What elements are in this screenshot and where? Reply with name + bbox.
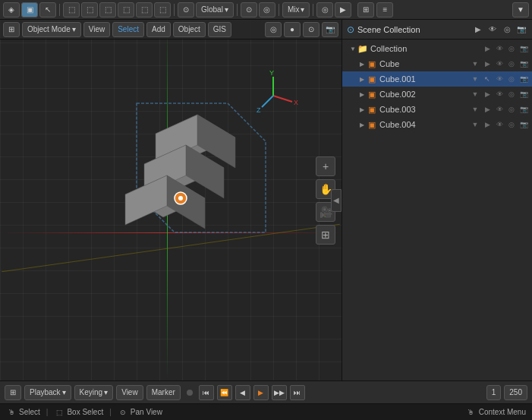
- cube003-eye-icon[interactable]: 👁: [494, 104, 505, 115]
- step-forward-btn[interactable]: ▶▶: [272, 385, 287, 400]
- snap-icon[interactable]: ⊙: [241, 2, 257, 17]
- viewport[interactable]: ⊞ Object Mode ▾ View Select Add Object G…: [0, 20, 342, 381]
- viewport-extra-1[interactable]: ⊙: [303, 22, 320, 37]
- cube-eye-icon[interactable]: 👁: [494, 58, 505, 69]
- cube-render-icon[interactable]: 📷: [518, 58, 529, 69]
- toolbar-icon-3[interactable]: ⬚: [99, 2, 116, 17]
- jump-back-btn[interactable]: ⏪: [217, 385, 232, 400]
- grid-btn[interactable]: ⊞: [316, 225, 335, 245]
- tree-row-cube001[interactable]: ▶ ▣ Cube.001 ▼ ↖ 👁 ◎ 📷: [342, 71, 532, 87]
- cube001-cam-icon[interactable]: ◎: [506, 74, 517, 84]
- outliner-camera-icon[interactable]: ◎: [501, 24, 513, 36]
- cube004-render-icon[interactable]: 📷: [518, 119, 529, 130]
- cube002-arrow-icon[interactable]: ▶: [482, 89, 493, 99]
- toolbar-icon-1[interactable]: ⬚: [63, 2, 80, 17]
- arrow-cube002: ▶: [357, 90, 367, 99]
- cube001-render-icon[interactable]: 📷: [518, 74, 529, 84]
- marker-btn[interactable]: Marker: [146, 385, 181, 400]
- frame-end-display[interactable]: 250: [504, 385, 527, 400]
- svg-text:X: X: [294, 99, 298, 106]
- col-eye-icon[interactable]: 👁: [494, 43, 505, 54]
- tree-row-cube002[interactable]: ▶ ▣ Cube.002 ▼ ▶ 👁 ◎ 📷: [342, 87, 532, 102]
- cube003-render-icon[interactable]: 📷: [518, 104, 529, 115]
- col-cam-icon[interactable]: ◎: [506, 43, 517, 54]
- viewport-view-btn[interactable]: View: [83, 22, 111, 37]
- viewport-object-btn[interactable]: Object: [173, 22, 206, 37]
- jump-end-btn[interactable]: ⏭: [290, 385, 305, 400]
- select-tool-btn[interactable]: ▣: [21, 2, 38, 17]
- chevron-down-icon: ▾: [225, 5, 228, 14]
- shading-material-btn[interactable]: ◎: [265, 22, 282, 37]
- jump-start-btn[interactable]: ⏮: [199, 385, 214, 400]
- toolbar-icon-2[interactable]: ⬚: [81, 2, 98, 17]
- outliner-filter-icon[interactable]: ▼: [512, 2, 529, 17]
- timeline-layout-icon[interactable]: ⊞: [5, 385, 21, 400]
- viewport-layout-btn[interactable]: ⊞: [3, 22, 20, 37]
- transform-global-btn[interactable]: Global ▾: [196, 2, 234, 17]
- tree-row-collection[interactable]: ▼ 📁 Collection ▶ 👁 ◎ 📷: [342, 41, 532, 56]
- mix-btn[interactable]: Mix ▾: [282, 2, 310, 17]
- viewport-extra-2[interactable]: 📷: [322, 22, 338, 37]
- cube002-filter-icon[interactable]: ▼: [470, 89, 480, 99]
- toolbar-icon-6[interactable]: ⬚: [154, 2, 171, 17]
- tree-row-cube004[interactable]: ▶ ▣ Cube.004 ▼ ▶ 👁 ◎ 📷: [342, 117, 532, 132]
- cube004-filter-icon[interactable]: ▼: [470, 119, 480, 130]
- cube002-eye-icon[interactable]: 👁: [494, 89, 505, 99]
- svg-text:Y: Y: [269, 69, 274, 77]
- cube003-cam-icon[interactable]: ◎: [506, 104, 517, 115]
- playback-label: Playback: [30, 388, 61, 396]
- workspace-icon-btn[interactable]: ◈: [3, 2, 20, 17]
- play-btn[interactable]: ▶: [253, 385, 269, 400]
- frame-dot[interactable]: [187, 390, 193, 396]
- outliner-view-icon[interactable]: ▶: [472, 24, 484, 36]
- cube002-row-icons: ▼ ▶ 👁 ◎ 📷: [470, 89, 529, 99]
- viewport-gis-btn[interactable]: GIS: [208, 22, 231, 37]
- tree-row-cube003[interactable]: ▶ ▣ Cube.003 ▼ ▶ 👁 ◎ 📷: [342, 102, 532, 117]
- cube001-label: Cube.001: [379, 74, 470, 84]
- timeline-view-btn[interactable]: View: [116, 385, 143, 400]
- cube003-filter-icon[interactable]: ▼: [470, 104, 480, 115]
- keying-btn[interactable]: Keying ▾: [74, 385, 114, 400]
- cube004-row-icons: ▼ ▶ 👁 ◎ 📷: [470, 119, 529, 130]
- cube004-eye-icon[interactable]: 👁: [494, 119, 505, 130]
- cube002-render-icon[interactable]: 📷: [518, 89, 529, 99]
- viewport-select-btn[interactable]: Select: [112, 22, 144, 37]
- extra-icon-1[interactable]: ◎: [316, 2, 333, 17]
- toolbar-icon-5[interactable]: ⬚: [136, 2, 153, 17]
- col-arrow-icon[interactable]: ▶: [482, 43, 493, 54]
- select-status-label: Select: [19, 408, 40, 416]
- zoom-in-btn[interactable]: +: [316, 156, 335, 176]
- scene-svg: X Y Z: [38, 58, 304, 301]
- viewport-add-btn[interactable]: Add: [146, 22, 171, 37]
- outliner-eye-icon[interactable]: 👁: [486, 24, 499, 36]
- cube003-arrow-icon[interactable]: ▶: [482, 104, 493, 115]
- object-mode-btn[interactable]: Object Mode ▾: [22, 22, 81, 37]
- cube004-arrow-icon[interactable]: ▶: [482, 119, 493, 130]
- cube-cam-icon[interactable]: ◎: [506, 58, 517, 69]
- pivot-icon[interactable]: ⊙: [178, 2, 194, 17]
- outliner-icon-1[interactable]: ⊞: [357, 2, 374, 17]
- col-render-icon[interactable]: 📷: [518, 43, 529, 54]
- cube001-eye-icon[interactable]: 👁: [494, 74, 505, 84]
- cube-filter-icon[interactable]: ▼: [470, 58, 480, 69]
- outliner-render-icon[interactable]: 📷: [515, 24, 527, 36]
- cube001-cursor-icon[interactable]: ↖: [482, 74, 493, 84]
- frame-start-label: 1: [492, 388, 496, 396]
- viewport-select-label: Select: [118, 25, 139, 33]
- tweak-tool-btn[interactable]: ↖: [39, 2, 56, 17]
- extra-icon-2[interactable]: ▶: [335, 2, 351, 17]
- mouse-right-icon: 🖱: [466, 407, 477, 418]
- cube001-filter-icon[interactable]: ▼: [470, 74, 480, 84]
- toolbar-icon-4[interactable]: ⬚: [118, 2, 134, 17]
- tree-row-cube[interactable]: ▶ ▣ Cube ▼ ▶ 👁 ◎ 📷: [342, 56, 532, 71]
- playback-btn[interactable]: Playback ▾: [24, 385, 71, 400]
- cube002-cam-icon[interactable]: ◎: [506, 89, 517, 99]
- cube-arrow-icon[interactable]: ▶: [482, 58, 493, 69]
- proportional-icon[interactable]: ◎: [259, 2, 275, 17]
- frame-start-display[interactable]: 1: [486, 385, 502, 400]
- cube004-cam-icon[interactable]: ◎: [506, 119, 517, 130]
- outliner-icon-2[interactable]: ≡: [376, 2, 393, 17]
- step-back-btn[interactable]: ◀: [235, 385, 250, 400]
- panel-collapse-btn[interactable]: ◀: [331, 189, 342, 212]
- shading-solid-btn[interactable]: ●: [284, 22, 301, 37]
